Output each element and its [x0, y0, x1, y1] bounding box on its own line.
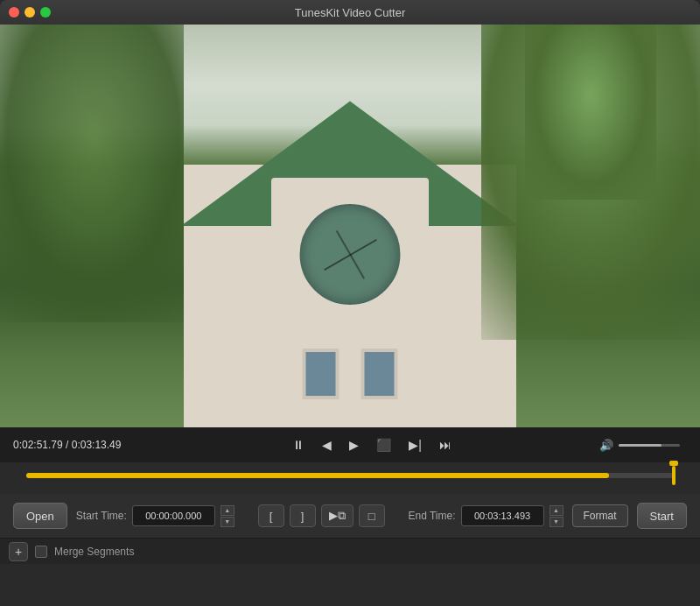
clip-button[interactable]: ▶⧉ [321, 504, 354, 527]
window-right [361, 349, 398, 399]
pause-button[interactable]: ⏸ [287, 434, 310, 455]
start-time-down[interactable]: ▼ [220, 517, 234, 527]
window-controls[interactable] [9, 7, 51, 18]
step-back-button[interactable]: ◀ [317, 434, 337, 455]
clock-face [283, 187, 418, 322]
video-player [0, 25, 700, 427]
clock-surround [271, 178, 429, 344]
snapshot-button[interactable]: □ [359, 504, 385, 527]
stop-button[interactable]: ⬛ [371, 434, 396, 455]
time-separator: / [66, 439, 68, 451]
start-time-input[interactable] [132, 505, 215, 526]
volume-icon: 🔊 [599, 439, 613, 452]
playback-controls-bar: 0:02:51.79 / 0:03:13.49 ⏸ ◀ ▶ ⬛ ▶| ⏭ 🔊 [0, 427, 700, 462]
volume-control: 🔊 [599, 439, 687, 452]
end-time-field: End Time: ▲ ▼ [408, 505, 563, 527]
add-segment-button[interactable]: + [9, 542, 28, 561]
minimize-button[interactable] [24, 7, 35, 18]
play-button[interactable]: ▶ [344, 434, 364, 455]
start-button[interactable]: Start [637, 503, 687, 529]
timeline-progress [26, 473, 609, 478]
segments-bar: + Merge Segments [0, 538, 700, 564]
start-time-field: Start Time: ▲ ▼ [76, 505, 234, 527]
playback-buttons: ⏸ ◀ ▶ ⬛ ▶| ⏭ [153, 434, 591, 455]
tree-left [0, 25, 184, 322]
app-title: TunesKit Video Cutter [295, 6, 405, 19]
merge-label: Merge Segments [54, 546, 134, 558]
start-time-up[interactable]: ▲ [220, 505, 234, 516]
window-left [303, 349, 340, 399]
end-time-down[interactable]: ▼ [550, 517, 564, 527]
building-body [184, 165, 516, 427]
tree-top-right [525, 25, 656, 200]
start-time-label: Start Time: [76, 510, 127, 522]
mark-in-button[interactable]: [ [258, 504, 284, 527]
maximize-button[interactable] [40, 7, 51, 18]
format-button[interactable]: Format [572, 504, 628, 527]
open-button[interactable]: Open [13, 503, 67, 529]
close-button[interactable] [9, 7, 19, 18]
window-row-top [303, 349, 398, 399]
volume-fill [619, 444, 662, 447]
step-forward-button[interactable]: ▶| [403, 434, 427, 455]
timeline-track[interactable] [26, 473, 674, 478]
fast-forward-button[interactable]: ⏭ [434, 434, 457, 455]
edit-icon-buttons: [ ] ▶⧉ □ [243, 504, 400, 527]
merge-checkbox[interactable] [35, 546, 47, 558]
edit-controls-bar: Open Start Time: ▲ ▼ [ ] ▶⧉ □ End Time: … [0, 494, 700, 538]
end-time-stepper: ▲ ▼ [550, 505, 564, 527]
mark-out-button[interactable]: ] [290, 504, 316, 527]
total-time: 0:03:13.49 [72, 439, 122, 451]
clock-hand-min [335, 230, 364, 279]
timeline-area [0, 462, 700, 494]
time-display: 0:02:51.79 / 0:03:13.49 [13, 439, 144, 451]
video-frame [0, 25, 700, 427]
end-time-input[interactable] [461, 505, 544, 526]
title-bar: TunesKit Video Cutter [0, 0, 700, 25]
end-time-label: End Time: [408, 510, 455, 522]
timeline-thumb[interactable] [672, 466, 676, 485]
volume-bar[interactable] [619, 444, 680, 447]
current-time: 0:02:51.79 [13, 439, 63, 451]
video-scene [0, 25, 700, 427]
start-time-stepper: ▲ ▼ [220, 505, 234, 527]
end-time-up[interactable]: ▲ [550, 505, 564, 516]
